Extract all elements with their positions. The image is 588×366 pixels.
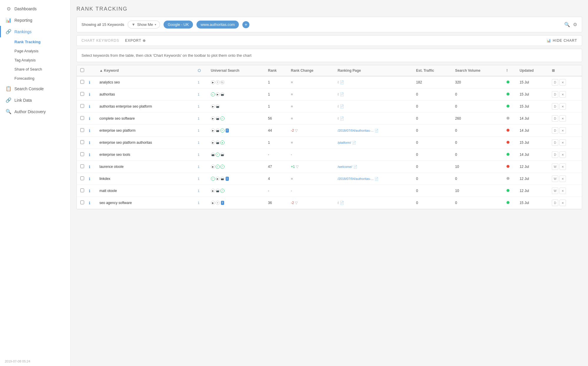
action-d-button[interactable]: D bbox=[552, 103, 558, 110]
row-checkbox[interactable] bbox=[80, 164, 84, 168]
show-me-button[interactable]: ▼ Show Me ▾ bbox=[128, 21, 160, 29]
chart-keywords-button[interactable]: CHART KEYWORDS bbox=[81, 39, 119, 43]
sidebar-item-search-console[interactable]: 📋 Search Console bbox=[0, 83, 70, 94]
col-keyword[interactable]: ▲ Keyword bbox=[97, 65, 195, 76]
sidebar-sub-item-tag-analysis[interactable]: Tag Analysis bbox=[0, 56, 70, 65]
sidebar-sub-item-share-of-search[interactable]: Share of Search bbox=[0, 65, 70, 74]
sidebar-item-reporting[interactable]: 📊 Reporting bbox=[0, 14, 70, 26]
row-checkbox[interactable] bbox=[80, 176, 84, 180]
updated-value: 15 Jul bbox=[519, 92, 529, 96]
info-icon[interactable]: ℹ bbox=[89, 165, 90, 169]
camera-icon: 📷 bbox=[216, 128, 220, 133]
sidebar-item-dashboards[interactable]: ⊙ Dashboards bbox=[0, 3, 70, 14]
action-d-button[interactable]: W bbox=[552, 176, 558, 182]
row-checkbox[interactable] bbox=[80, 200, 84, 204]
page-icon: ℓ 📄 bbox=[338, 116, 344, 121]
chart-toolbar: CHART KEYWORDS EXPORT ⊕ 📊 HIDE CHART bbox=[76, 35, 582, 46]
play-icon: ▶ bbox=[216, 177, 220, 181]
action-x-button[interactable]: ✕ bbox=[559, 176, 566, 182]
sidebar-item-rankings[interactable]: 🔗 Rankings bbox=[0, 26, 70, 37]
sidebar-sub-item-forecasting[interactable]: Forecasting bbox=[0, 74, 70, 83]
action-d-button[interactable]: D bbox=[552, 91, 558, 98]
google-uk-tag[interactable]: Google - UK bbox=[164, 21, 193, 29]
updated-value: 12 Jul bbox=[519, 189, 529, 193]
sidebar-sub-item-rank-tracking[interactable]: Rank Tracking bbox=[0, 37, 70, 46]
action-x-button[interactable]: ✕ bbox=[559, 103, 566, 110]
action-d-button[interactable]: D bbox=[552, 79, 558, 86]
action-x-button[interactable]: ✕ bbox=[559, 127, 566, 134]
select-all-checkbox[interactable] bbox=[80, 68, 84, 72]
row-checkbox[interactable] bbox=[80, 152, 84, 156]
updated-value: 12 Jul bbox=[519, 165, 529, 169]
search-volume-value: 0 bbox=[455, 104, 457, 108]
ranking-page-link[interactable]: /2018/07/04/authoritas-... bbox=[338, 129, 374, 132]
action-d-button[interactable]: D bbox=[552, 139, 558, 146]
action-x-button[interactable]: ✕ bbox=[559, 91, 566, 98]
row-checkbox[interactable] bbox=[80, 128, 84, 132]
action-x-button[interactable]: ✕ bbox=[559, 188, 566, 194]
row-checkbox[interactable] bbox=[80, 188, 84, 192]
table-row: ℹlaurence otoole1▶✓✓47+1 ▽/welcome/ 📄010… bbox=[77, 161, 582, 173]
universal-search-icons: ✓▶📷1 bbox=[211, 177, 231, 181]
action-x-button[interactable]: ✕ bbox=[559, 139, 566, 146]
authoritas-tag[interactable]: www.authoritas.com bbox=[196, 21, 239, 29]
rankings-icon: 🔗 bbox=[6, 29, 11, 34]
sidebar-sub-item-page-analysis[interactable]: Page Analysis bbox=[0, 46, 70, 56]
play-icon: ▶ bbox=[211, 201, 215, 205]
row-checkbox[interactable] bbox=[80, 92, 84, 96]
row-checkbox[interactable] bbox=[80, 140, 84, 144]
info-icon[interactable]: ℹ bbox=[89, 92, 90, 97]
col-est-traffic: Est. Traffic bbox=[414, 65, 453, 76]
sidebar-item-link-data[interactable]: 🔗 Link Data bbox=[0, 94, 70, 106]
export-button[interactable]: EXPORT ⊕ bbox=[125, 39, 146, 43]
action-x-button[interactable]: ✕ bbox=[559, 163, 566, 170]
action-d-button[interactable]: W bbox=[552, 163, 558, 170]
info-icon[interactable]: ℹ bbox=[89, 141, 90, 145]
share-of-search-label: Share of Search bbox=[14, 67, 42, 71]
row-actions: D ✕ bbox=[552, 115, 579, 122]
info-icon[interactable]: ℹ bbox=[89, 201, 90, 205]
camera-icon: 📷 bbox=[216, 116, 220, 121]
show-me-label: Show Me bbox=[137, 22, 153, 27]
action-d-button[interactable]: D bbox=[552, 115, 558, 122]
info-icon[interactable]: ℹ bbox=[89, 177, 90, 181]
info-icon[interactable]: ℹ bbox=[89, 116, 90, 121]
action-x-button[interactable]: ✕ bbox=[559, 79, 566, 86]
action-d-button[interactable]: W bbox=[552, 188, 558, 194]
info-icon[interactable]: ℹ bbox=[89, 153, 90, 157]
link-data-icon: 🔗 bbox=[6, 97, 11, 103]
col-info bbox=[86, 65, 97, 76]
question-icon: ? bbox=[216, 201, 220, 205]
check-icon: ✓ bbox=[216, 153, 220, 157]
row-actions: D ✕ bbox=[552, 200, 579, 206]
hide-chart-button[interactable]: 📊 HIDE CHART bbox=[547, 39, 577, 43]
t1-badge: T1 bbox=[220, 80, 224, 84]
add-tag-button[interactable]: + bbox=[242, 21, 249, 28]
sidebar-item-author-discovery[interactable]: 🔍 Author Discovery bbox=[0, 106, 70, 117]
row-checkbox[interactable] bbox=[80, 116, 84, 120]
action-x-button[interactable]: ✕ bbox=[559, 115, 566, 122]
row-checkbox[interactable] bbox=[80, 80, 84, 84]
ranking-page-link[interactable]: /welcome/ bbox=[338, 165, 352, 168]
info-icon[interactable]: ℹ bbox=[89, 80, 90, 85]
action-x-button[interactable]: ✕ bbox=[559, 151, 566, 158]
rank-value: 44 bbox=[268, 128, 272, 133]
rank-change-value: -2 bbox=[291, 128, 294, 133]
action-d-button[interactable]: D bbox=[552, 127, 558, 134]
info-icon[interactable]: ℹ bbox=[89, 104, 90, 109]
action-d-button[interactable]: D bbox=[552, 200, 558, 206]
search-volume-value: 0 bbox=[455, 141, 457, 145]
ranking-page-link[interactable]: /2018/07/04/authoritas-... bbox=[338, 177, 374, 181]
info-icon[interactable]: ℹ bbox=[89, 128, 90, 133]
row-checkbox[interactable] bbox=[80, 104, 84, 108]
play-icon: ▶ bbox=[211, 116, 215, 121]
status-dot bbox=[507, 201, 509, 204]
action-d-button[interactable]: D bbox=[552, 151, 558, 158]
ranking-page-link[interactable]: /platform/ bbox=[338, 141, 351, 144]
search-volume-value: 320 bbox=[455, 80, 461, 84]
info-icon[interactable]: ℹ bbox=[89, 189, 90, 193]
action-x-button[interactable]: ✕ bbox=[559, 200, 566, 206]
settings-icon-button[interactable]: ⚙ bbox=[573, 22, 577, 27]
updated-value: 15 Jul bbox=[519, 201, 529, 205]
search-icon-button[interactable]: 🔍 bbox=[564, 22, 570, 27]
